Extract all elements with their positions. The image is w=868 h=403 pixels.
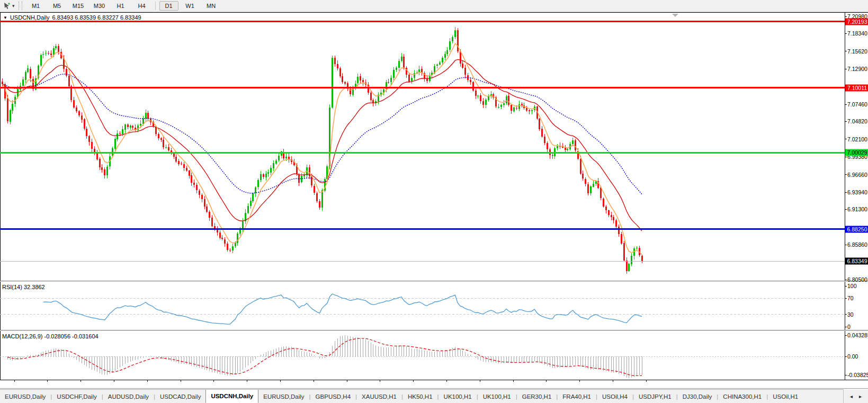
rsi-value: 32.3862	[24, 284, 45, 290]
price-tick-label: 6.85860	[847, 241, 867, 248]
price-tick-label: 7.02100	[847, 136, 867, 142]
price-level-label: 7.10011	[845, 84, 868, 91]
macd-pane-separator[interactable]	[0, 329, 868, 331]
price-level-label: 6.88250	[845, 226, 868, 232]
price-tick-label: 6.93940	[847, 189, 867, 195]
chart-tab-fra40-h1[interactable]: FRA40,H1	[558, 390, 596, 403]
price-tick-label: 6.96660	[847, 172, 867, 178]
chart-tab-uk100-h1[interactable]: UK100,H1	[478, 390, 516, 403]
chevron-down-icon[interactable]: ▾	[12, 3, 15, 8]
chart-tab-xauusd-h1[interactable]: XAUUSD,H1	[357, 390, 401, 403]
timeframe-button-m30[interactable]: M30	[90, 1, 109, 11]
tab-scroll-arrows: ◂ ▸	[843, 389, 868, 403]
price-tick-label: 7.18340	[847, 30, 867, 37]
timeframe-button-mn[interactable]: MN	[202, 1, 221, 11]
chart-title-row: ▼ USDCNH,Daily 6.83493 6.83539 6.83227 6…	[3, 14, 141, 21]
timeframe-button-d1[interactable]: D1	[159, 1, 178, 11]
chart-tab-usdcad-daily[interactable]: USDCAD,Daily	[155, 390, 205, 403]
rsi-pane-separator[interactable]	[0, 280, 868, 282]
price-level-label: 6.83349	[845, 258, 868, 265]
chart-tab-uk100-h1[interactable]: UK100,H1	[439, 390, 477, 403]
macd-tick-label: 0.00	[847, 353, 858, 360]
chart-canvas[interactable]	[0, 12, 868, 389]
chart-tab-audusd-daily[interactable]: AUDUSD,Daily	[103, 390, 154, 403]
chart-symbol-title: USDCNH,Daily	[10, 14, 50, 21]
cursor-tool-icon[interactable]	[2, 1, 12, 11]
chart-ohlc-values: 6.83493 6.83539 6.83227 6.83349	[52, 14, 141, 21]
timeframe-buttons: M1M5M15M30H1H4D1W1MN	[25, 1, 222, 11]
macd-values: -0.028056 -0.031604	[44, 333, 98, 339]
chart-tab-hk50-h1[interactable]: HK50,H1	[403, 390, 437, 403]
trading-terminal: ▾ M1M5M15M30H1H4D1W1MN ▼ USDCNH,Daily 6.…	[0, 0, 868, 403]
price-tick-label: 6.91300	[847, 206, 867, 212]
chart-tab-usdjpy-h1[interactable]: USDJPY,H1	[634, 390, 676, 403]
chart-tab-usoil-h1[interactable]: USOil,H1	[768, 390, 803, 403]
chart-tab-ger30-h1[interactable]: GER30,H1	[517, 390, 557, 403]
timeframe-toolbar: ▾ M1M5M15M30H1H4D1W1MN	[0, 0, 868, 12]
timeframe-button-m5[interactable]: M5	[48, 1, 67, 11]
toolbar-grip[interactable]	[19, 2, 22, 10]
tab-scroll-right-icon[interactable]: ▸	[859, 393, 862, 399]
chart-tab-dj30-daily[interactable]: DJ30,Daily	[678, 390, 717, 403]
rsi-tick-label: 70	[847, 295, 854, 301]
chart-tab-bar: EURUSD,Daily|USDCHF,Daily|AUDUSD,Daily|U…	[0, 389, 868, 403]
price-level-label: 7.00029	[845, 149, 868, 156]
chart-tab-eurusd-daily[interactable]: EURUSD,Daily	[258, 390, 309, 403]
timeframe-button-m1[interactable]: M1	[26, 1, 46, 11]
price-tick-label: 7.15620	[847, 48, 867, 55]
chart-tab-usdcnh-daily[interactable]: USDCNH,Daily	[205, 390, 258, 403]
timeframe-button-m15[interactable]: M15	[69, 1, 88, 11]
collapse-triangle-icon[interactable]: ▼	[3, 15, 7, 20]
rsi-tick-label: 30	[847, 311, 854, 318]
chart-tab-china300-h1[interactable]: CHINA300,H1	[718, 390, 766, 403]
chart-tab-eurusd-daily[interactable]: EURUSD,Daily	[0, 390, 50, 403]
price-level-label: 7.20193	[845, 18, 868, 25]
timeframe-button-w1[interactable]: W1	[181, 1, 200, 11]
chart-tab-gbpusd-h4[interactable]: GBPUSD,H4	[311, 390, 355, 403]
toolbar-separator	[155, 2, 156, 10]
timeframe-button-h1[interactable]: H1	[111, 1, 130, 11]
price-tick-label: 7.12900	[847, 66, 867, 72]
tab-scroll-left-icon[interactable]: ◂	[850, 393, 853, 399]
price-tick-label: 7.04820	[847, 118, 867, 124]
macd-tick-label: -0.038253	[847, 372, 868, 378]
macd-tick-label: 0.043285	[847, 332, 868, 338]
price-tick-label: 7.07460	[847, 101, 867, 108]
macd-indicator-label: MACD(12,26,9) -0.028056 -0.031604	[2, 333, 99, 339]
rsi-indicator-label: RSI(14) 32.3862	[2, 284, 45, 290]
chart-window: ▼ USDCNH,Daily 6.83493 6.83539 6.83227 6…	[0, 12, 868, 389]
rsi-tick-label: 100	[847, 283, 857, 289]
timeframe-button-h4[interactable]: H4	[132, 1, 151, 11]
chart-tab-usdchf-daily[interactable]: USDCHF,Daily	[52, 390, 101, 403]
chart-tab-usoil-h4[interactable]: USOil,H4	[597, 390, 632, 403]
